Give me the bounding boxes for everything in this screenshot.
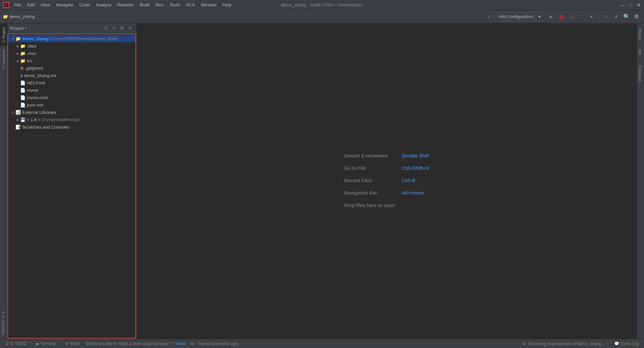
tree-item-mvn[interactable]: 📁 .mvn	[8, 50, 136, 57]
mvn-label: .mvn	[27, 51, 36, 56]
helpmd-label: HELP.md	[27, 80, 45, 85]
settings-button[interactable]: ⚙	[632, 12, 641, 21]
recent-files-shortcut: Ctrl+E	[402, 175, 416, 186]
bottom-notification: Would you like to install a shell script…	[84, 341, 522, 346]
menu-item-analyze[interactable]: Analyze	[93, 2, 114, 8]
idea-folder-icon: 📁	[20, 44, 25, 49]
tree-item-helpmd[interactable]: 📄 HELP.md	[8, 79, 136, 86]
tree-item-idea[interactable]: 📁 .idea	[8, 42, 136, 50]
minimize-button[interactable]: —	[620, 2, 625, 8]
tree-item-iml[interactable]: ■ demo_zhang.iml	[8, 72, 136, 79]
bottom-sep-3	[608, 341, 608, 346]
tree-item-jdk[interactable]: 💾 < 1.8 > D:\yingyong\jdk\myApp	[8, 116, 136, 123]
drop-files-line: Drop files here to open	[344, 200, 429, 211]
menu-item-vcs[interactable]: VCS	[183, 2, 198, 8]
ide-left-tabs: 1: Project 2: Structure ★ 2: Favorites	[0, 23, 7, 339]
left-tab-spacer	[0, 72, 7, 307]
iml-label: demo_zhang.iml	[24, 73, 56, 78]
database-tab[interactable]: Database	[637, 64, 643, 83]
src-folder-icon: 📁	[20, 58, 25, 63]
profile-button[interactable]: ⏱	[577, 12, 586, 21]
extlibs-label: External Libraries	[22, 110, 56, 115]
settings-panel-button[interactable]: ⚙	[119, 25, 125, 32]
tree-item-scratches[interactable]: 📝 Scratches and Consoles	[8, 123, 136, 131]
project-tab[interactable]: 1: Project	[0, 23, 7, 46]
search-everywhere-line: Search Everywhere Double Shift	[344, 150, 429, 161]
menu-item-refactor[interactable]: Refactor	[115, 2, 137, 8]
resolving-status: ⚙ Resolving dependencies of demo_zhang..…	[523, 341, 604, 346]
tree-item-mvnw[interactable]: 📄 mvnw	[8, 86, 136, 94]
svg-text:J: J	[5, 3, 7, 7]
build-icon: ⚙	[65, 341, 69, 346]
build-tab[interactable]: ⚙ Build	[63, 340, 82, 348]
more-run-options[interactable]: ▾	[587, 12, 596, 21]
ant-tab[interactable]: Ant	[637, 47, 643, 57]
mvnwcmd-label: mvnw.cmd	[27, 95, 47, 100]
coverage-button[interactable]: ◒	[567, 12, 576, 21]
event-log-icon: 💬	[614, 341, 619, 346]
scratches-icon: 📝	[15, 125, 21, 130]
menu-item-file[interactable]: File	[11, 2, 24, 8]
tree-item-root[interactable]: 📁 demo_zhang C:\Users\10992\Downloads\de…	[8, 35, 136, 42]
idea-arrow	[15, 44, 20, 48]
add-configuration-button[interactable]: Add Configuration... ▾	[494, 12, 545, 21]
project-label: 📁 demo_zhang	[3, 14, 35, 19]
extlibs-icon: 📊	[15, 110, 21, 115]
editor-welcome: Search Everywhere Double Shift Go to Fil…	[344, 150, 429, 212]
favorites-tab[interactable]: ★ 2: Favorites	[0, 307, 7, 339]
tree-item-src[interactable]: 📁 src	[8, 57, 136, 64]
project-panel: Project ▾ ⊙ ≡ ⚙ ✕ 📁 demo_zhang C:\Users\…	[7, 23, 137, 339]
todo-tab[interactable]: ☰ 6: TODO	[3, 340, 29, 348]
scope-button[interactable]: ⊙	[103, 25, 109, 32]
menu-item-run[interactable]: Run	[153, 2, 166, 8]
vcs-update-button[interactable]: ↑	[602, 12, 611, 21]
maximize-button[interactable]: □	[628, 2, 633, 8]
terminal-label: Terminal	[41, 341, 56, 346]
gitignore-label: .gitignore	[25, 66, 43, 71]
resolving-label: Resolving dependencies of demo_zhang...	[528, 341, 604, 346]
search-everywhere-label: Search Everywhere	[344, 150, 398, 161]
right-panels: Maven Ant Database	[637, 23, 644, 339]
jdk-label: < 1.8 >	[27, 117, 40, 122]
tree-item-pomxml[interactable]: 📄 pom.xml	[8, 101, 136, 109]
menu-item-edit[interactable]: Edit	[24, 2, 37, 8]
menu-item-view[interactable]: View	[38, 2, 53, 8]
collapse-all-button[interactable]: ≡	[111, 25, 117, 32]
root-label: demo_zhang	[22, 36, 49, 41]
menu-item-build[interactable]: Build	[137, 2, 152, 8]
build-label: Build	[70, 341, 79, 346]
debug-button[interactable]: 🐞	[556, 12, 566, 21]
install-link[interactable]: Install	[175, 341, 186, 346]
run-indicator-icon: ✓	[487, 13, 491, 20]
pomxml-label: pom.xml	[27, 102, 43, 108]
menu-item-help[interactable]: Help	[220, 2, 234, 8]
tree-item-gitignore[interactable]: ⊛ .gitignore	[8, 64, 136, 72]
structure-tab[interactable]: 2: Structure	[0, 46, 7, 72]
terminal-tab[interactable]: ▶ Terminal	[34, 340, 58, 348]
menu-item-tools[interactable]: Tools	[167, 2, 182, 8]
toolbar: 📁 demo_zhang ✓ Add Configuration... ▾ ► …	[0, 10, 644, 23]
iml-icon: ■	[20, 73, 23, 78]
run-button[interactable]: ►	[546, 12, 556, 21]
no-thanks-label[interactable]: No, Thanks (moments ago)	[190, 341, 238, 346]
add-config-label: Add Configuration...	[498, 14, 537, 19]
close-button[interactable]: ✕	[636, 2, 641, 8]
tree-item-extlibs[interactable]: 📊 External Libraries	[8, 109, 136, 116]
resolving-spinner-icon: ⚙	[523, 341, 526, 346]
commit-button[interactable]: ✓	[612, 12, 621, 21]
search-everywhere-icon[interactable]: 🔍	[622, 12, 631, 21]
helpmd-icon: 📄	[20, 80, 25, 85]
close-panel-button[interactable]: ✕	[127, 25, 133, 32]
menu-item-code[interactable]: Code	[77, 2, 93, 8]
menu-item-window[interactable]: Window	[198, 2, 219, 8]
menu-item-navigate[interactable]: Navigate	[53, 2, 76, 8]
root-path: C:\Users\10992\Downloads\demo_zhang	[50, 37, 117, 41]
app-title: demo_zhang - IntelliJ IDEA - Administrat…	[281, 2, 363, 7]
project-dropdown-icon[interactable]: ▾	[25, 26, 27, 30]
tree-item-mvnwcmd[interactable]: 📄 mvnw.cmd	[8, 94, 136, 101]
toolbar-separator	[37, 13, 38, 20]
maven-tab[interactable]: Maven	[637, 27, 643, 42]
idea-label: .idea	[27, 44, 36, 49]
mvnw-label: mvnw	[27, 88, 38, 93]
event-log-tab[interactable]: 💬 Event Log	[611, 340, 641, 348]
